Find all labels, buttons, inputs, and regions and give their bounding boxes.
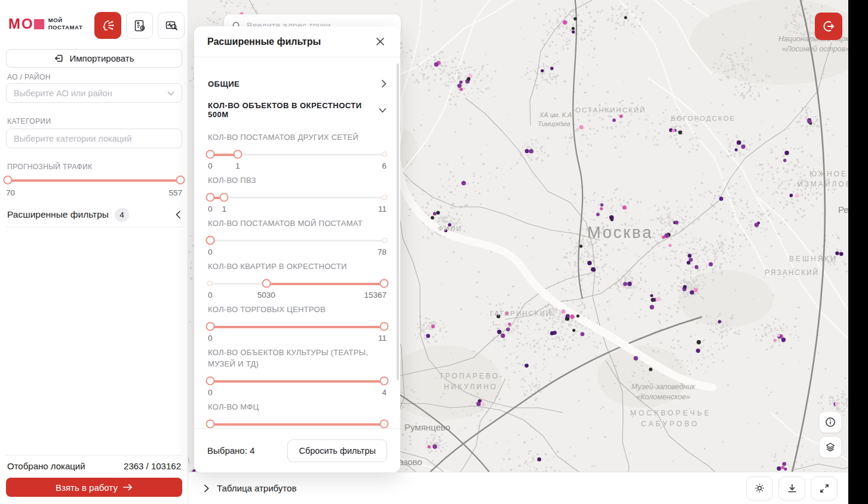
filters-list: КОЛ-ВО ПОСТАМАТОВ ДРУГИХ СЕТЕЙ016КОЛ-ВО … (208, 132, 387, 428)
range-handle-from[interactable] (206, 420, 214, 429)
ai-head-icon (101, 19, 115, 33)
filter-label: КОЛ-ВО ПОСТАМАТОВ МОЙ ПОСТАМАТ (208, 218, 387, 229)
map-label: Москва (587, 224, 653, 242)
filter-values: 016 (208, 161, 387, 172)
map-label: ОСТАНКИНСКИЙ (575, 106, 646, 114)
map-label: МОСКВОРЕЧЬЕ (630, 409, 711, 417)
filter-range-slider[interactable] (208, 376, 387, 386)
take-to-work-button[interactable]: Взять в работу (6, 478, 182, 497)
filter-group: КОЛ-ВО ПВЗ0111 (208, 175, 387, 215)
report-settings-button[interactable] (126, 12, 153, 39)
filter-range-slider[interactable] (208, 419, 387, 428)
range-handle-to[interactable] (233, 150, 242, 159)
filters-count-badge: 4 (115, 208, 129, 222)
map-label: РЯЗАНСКИЙ (765, 268, 819, 277)
chevron-left-icon (176, 210, 181, 219)
logout-button[interactable] (815, 13, 842, 40)
download-button[interactable] (778, 476, 805, 500)
range-handle-to[interactable] (380, 279, 389, 288)
ai-analysis-button[interactable] (94, 12, 121, 39)
map-label: Музей-заповедник (631, 383, 695, 391)
sidebar: МО МОЙПОСТАМАТ Импортировать АО / РАЙОН … (0, 0, 188, 504)
section-general[interactable]: ОБЩИЕ (208, 71, 387, 97)
chevron-down-icon (379, 108, 387, 113)
info-icon (825, 417, 836, 427)
range-handle-from[interactable] (206, 193, 214, 202)
filter-group: КОЛ-ВО ОБЪЕКТОВ КУЛЬТУРЫ (ТЕАТРЫ, МУЗЕЙ … (208, 347, 387, 398)
traffic-handle-min[interactable] (3, 176, 12, 185)
range-handle-from[interactable] (206, 322, 214, 331)
screen-search-icon (164, 19, 179, 33)
document-gear-icon (133, 19, 147, 33)
filter-group: КОЛ-ВО КВАРТИР В ОКРЕСТНОСТИ0503015367 (208, 261, 387, 301)
section-objects-500m[interactable]: КОЛ-ВО ОБЪЕКТОВ В ОКРЕСТНОСТИ 500М (208, 97, 387, 123)
reset-filters-button[interactable]: Сбросить фильтры (287, 439, 387, 462)
brand-name: МОЙПОСТАМАТ (48, 17, 83, 31)
filter-label: КОЛ-ВО ОБЪЕКТОВ КУЛЬТУРЫ (ТЕАТРЫ, МУЗЕЙ … (208, 347, 387, 369)
filter-label: КОЛ-ВО ПОСТАМАТОВ ДРУГИХ СЕТЕЙ (208, 132, 387, 143)
ao-label: АО / РАЙОН (7, 73, 51, 81)
filter-range-slider[interactable] (208, 193, 387, 202)
traffic-range-slider[interactable] (6, 175, 182, 185)
modal-header: Расширенные фильтры (194, 26, 400, 57)
close-button[interactable] (373, 35, 387, 49)
map-label: НИКУЛИНО (444, 383, 498, 391)
brand-mark: МО (8, 17, 44, 31)
selected-locations-row: Отобрано локаций 2363 / 103162 (7, 461, 181, 471)
fullscreen-button[interactable] (811, 476, 838, 500)
range-handle-to[interactable] (220, 193, 229, 202)
map-label: «Лосиный остров» (782, 45, 848, 53)
download-icon (787, 483, 798, 494)
filter-range-slider[interactable] (208, 322, 387, 331)
filter-label: КОЛ-ВО КВАРТИР В ОКРЕСТНОСТИ (208, 261, 387, 272)
app-window: ОтрадноеНациональный парк«Лосиный остров… (0, 0, 848, 504)
filter-values: 078 (208, 248, 387, 258)
traffic-values: 70 557 (6, 188, 182, 198)
map-label: «Коломенское» (636, 393, 690, 401)
range-handle-from[interactable] (206, 377, 214, 386)
filter-range-slider[interactable] (208, 279, 387, 288)
range-handle-from[interactable] (206, 150, 214, 159)
filter-values: 011 (208, 334, 387, 344)
filter-range-slider[interactable] (208, 236, 387, 245)
map-label: САБУРОВО (641, 420, 700, 428)
range-handle-to[interactable] (380, 377, 389, 386)
range-handle-to[interactable] (380, 420, 389, 429)
traffic-label: ПРОГНОЗНЫЙ ТРАФИК (7, 163, 92, 171)
map-label: Реутов (838, 204, 848, 215)
selected-locations-value: 2363 / 103162 (124, 461, 181, 471)
map-info-button[interactable] (819, 411, 842, 433)
chevron-right-icon (204, 484, 209, 493)
monitoring-search-button[interactable] (158, 12, 185, 39)
filter-label: КОЛ-ВО ПВЗ (208, 175, 387, 186)
ao-select[interactable]: Выберите АО или район (6, 83, 182, 103)
range-handle-from[interactable] (262, 279, 271, 288)
map-label: Румянцево (404, 422, 450, 432)
range-handle-to[interactable] (380, 322, 389, 331)
advanced-filters-toggle[interactable]: Расширенные фильтры 4 (7, 206, 181, 224)
filter-group: КОЛ-ВО МФЦ (208, 401, 387, 428)
filter-label: КОЛ-ВО МФЦ (208, 401, 387, 413)
settings-button[interactable] (746, 476, 773, 500)
map-label: БОГОРОДСКОЕ (671, 115, 735, 122)
map-layers-button[interactable] (819, 436, 842, 458)
advanced-filters-modal: Расширенные фильтры ОБЩИЕ КОЛ-ВО ОБЪЕКТО… (194, 26, 400, 472)
expand-icon (819, 483, 830, 494)
map-label: ВЕШНЯКИ (789, 255, 838, 263)
categories-label: КАТЕГОРИИ (7, 117, 51, 126)
chevron-down-icon (167, 91, 174, 96)
traffic-handle-max[interactable] (176, 176, 185, 185)
categories-select[interactable]: Выберите категории локаций (6, 129, 182, 148)
modal-title: Расширенные фильтры (207, 36, 321, 47)
close-icon (376, 37, 385, 46)
range-handle-to[interactable] (206, 236, 214, 245)
modal-body: ОБЩИЕ КОЛ-ВО ОБЪЕКТОВ В ОКРЕСТНОСТИ 500М… (194, 57, 400, 428)
import-button[interactable]: Импортировать (6, 49, 182, 68)
gear-icon (754, 482, 765, 494)
selected-count: Выбрано: 4 (207, 445, 254, 456)
attributes-table-toggle[interactable]: Таблица атрибутов (204, 483, 296, 493)
map-label: ИЗМАЙЛОВО (798, 180, 848, 188)
modal-scrollbar[interactable] (397, 63, 399, 380)
filter-range-slider[interactable] (208, 149, 387, 159)
attributes-bar: Таблица атрибутов (188, 472, 848, 504)
